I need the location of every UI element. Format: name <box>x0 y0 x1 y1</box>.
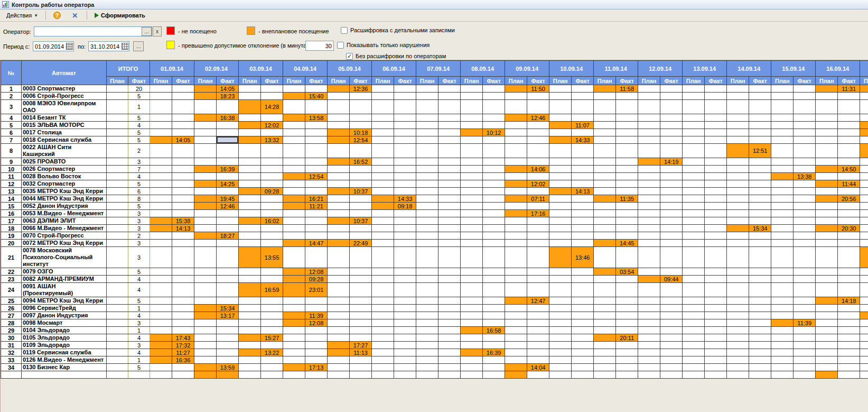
row-number-cell[interactable]: 21 <box>1 247 22 268</box>
total-plan-cell[interactable] <box>107 276 128 283</box>
plan-cell[interactable] <box>860 225 868 232</box>
fact-cell[interactable] <box>217 276 239 283</box>
plan-cell[interactable] <box>860 129 868 136</box>
row-number-cell[interactable]: 14 <box>1 195 22 203</box>
fact-cell[interactable]: 10:18 <box>350 129 372 136</box>
fact-cell[interactable] <box>483 180 505 188</box>
plan-cell[interactable] <box>194 144 217 158</box>
fact-cell[interactable] <box>705 305 727 312</box>
plan-cell[interactable] <box>194 225 217 232</box>
fact-cell[interactable] <box>438 312 461 319</box>
fact-cell[interactable] <box>350 195 372 203</box>
total-plan-cell[interactable] <box>107 180 128 188</box>
plan-cell[interactable] <box>416 144 438 158</box>
automat-name-cell[interactable]: 0008 МЭЮЗ Ювелирпром ОАО <box>22 100 107 114</box>
plan-cell[interactable] <box>328 349 350 356</box>
row-number-cell[interactable]: 26 <box>1 305 22 312</box>
fact-cell[interactable] <box>483 283 505 297</box>
plan-cell[interactable] <box>683 210 705 217</box>
fact-cell[interactable] <box>217 349 239 356</box>
fact-cell[interactable] <box>394 268 416 276</box>
fact-cell[interactable] <box>172 203 194 210</box>
plan-cell[interactable] <box>816 356 838 364</box>
fact-cell[interactable] <box>749 93 771 100</box>
plan-cell[interactable] <box>727 225 749 232</box>
plan-cell[interactable] <box>416 136 438 144</box>
plan-cell[interactable] <box>461 283 483 297</box>
fact-cell[interactable] <box>261 268 283 276</box>
fact-cell[interactable] <box>172 122 194 129</box>
plan-cell[interactable] <box>549 114 572 122</box>
plan-cell[interactable] <box>594 122 616 129</box>
plan-cell[interactable] <box>683 85 705 93</box>
plan-cell[interactable] <box>239 232 261 240</box>
plan-cell[interactable] <box>239 364 261 371</box>
plan-cell[interactable] <box>372 342 394 349</box>
fact-cell[interactable] <box>394 114 416 122</box>
fact-cell[interactable] <box>660 180 683 188</box>
plan-cell[interactable] <box>860 312 868 319</box>
fact-cell[interactable] <box>217 136 239 144</box>
plan-cell[interactable] <box>150 210 172 217</box>
fact-cell[interactable]: 11:50 <box>527 85 549 93</box>
plan-cell[interactable] <box>283 319 305 327</box>
plan-cell[interactable] <box>194 158 217 166</box>
fact-cell[interactable] <box>438 136 461 144</box>
total-fact-cell[interactable]: 4 <box>128 276 150 283</box>
plan-cell[interactable] <box>727 283 749 297</box>
fact-cell[interactable] <box>794 225 816 232</box>
total-plan-cell[interactable] <box>107 297 128 305</box>
total-fact-cell[interactable]: 4 <box>128 312 150 319</box>
fact-cell[interactable] <box>305 188 328 195</box>
plan-cell[interactable] <box>194 100 217 114</box>
row-number-cell[interactable]: 5 <box>1 122 22 129</box>
plan-cell[interactable] <box>594 144 616 158</box>
row-number-cell[interactable]: 24 <box>1 283 22 297</box>
fact-cell[interactable]: 13:58 <box>305 114 328 122</box>
fact-cell[interactable]: 14:18 <box>838 297 860 305</box>
fact-cell[interactable] <box>572 210 594 217</box>
plan-cell[interactable] <box>505 158 527 166</box>
plan-cell[interactable] <box>505 93 527 100</box>
automat-name-cell[interactable]: 0052 Данон Индустрия <box>22 203 107 210</box>
plan-cell[interactable] <box>683 364 705 371</box>
fact-cell[interactable] <box>572 114 594 122</box>
fact-cell[interactable]: 20:11 <box>616 334 638 342</box>
plan-cell[interactable] <box>771 173 794 180</box>
total-fact-cell[interactable]: 2 <box>128 232 150 240</box>
fact-cell[interactable] <box>705 173 727 180</box>
plan-cell[interactable] <box>683 305 705 312</box>
plan-cell[interactable] <box>372 225 394 232</box>
fact-cell[interactable]: 13:59 <box>217 364 239 371</box>
fact-cell[interactable]: 14:13 <box>572 188 594 195</box>
fact-cell[interactable] <box>172 305 194 312</box>
fact-cell[interactable] <box>305 334 328 342</box>
fact-cell[interactable] <box>572 217 594 225</box>
plan-cell[interactable] <box>771 232 794 240</box>
plan-cell[interactable] <box>683 173 705 180</box>
fact-cell[interactable] <box>527 122 549 129</box>
fact-cell[interactable] <box>305 180 328 188</box>
automat-name-cell[interactable]: 0109 Эльдорадо <box>22 342 107 349</box>
plan-cell[interactable] <box>150 114 172 122</box>
fact-cell[interactable] <box>305 129 328 136</box>
plan-cell[interactable] <box>771 312 794 319</box>
fact-cell[interactable] <box>217 225 239 232</box>
fact-cell[interactable] <box>172 188 194 195</box>
fact-cell[interactable] <box>172 240 194 247</box>
plan-cell[interactable] <box>594 305 616 312</box>
total-plan-cell[interactable] <box>107 217 128 225</box>
fact-cell[interactable] <box>749 85 771 93</box>
plan-cell[interactable] <box>461 188 483 195</box>
fact-cell[interactable]: 17:16 <box>527 210 549 217</box>
automat-name-cell[interactable]: 0097 Данон Индустрия <box>22 312 107 319</box>
fact-cell[interactable]: 07:11 <box>527 195 549 203</box>
plan-cell[interactable] <box>549 356 572 364</box>
plan-cell[interactable] <box>816 195 838 203</box>
fact-cell[interactable] <box>438 334 461 342</box>
fact-cell[interactable] <box>616 129 638 136</box>
total-fact-cell[interactable]: 1 <box>128 356 150 364</box>
plan-cell[interactable] <box>461 349 483 356</box>
fact-cell[interactable] <box>616 114 638 122</box>
total-fact-cell[interactable]: 5 <box>128 136 150 144</box>
